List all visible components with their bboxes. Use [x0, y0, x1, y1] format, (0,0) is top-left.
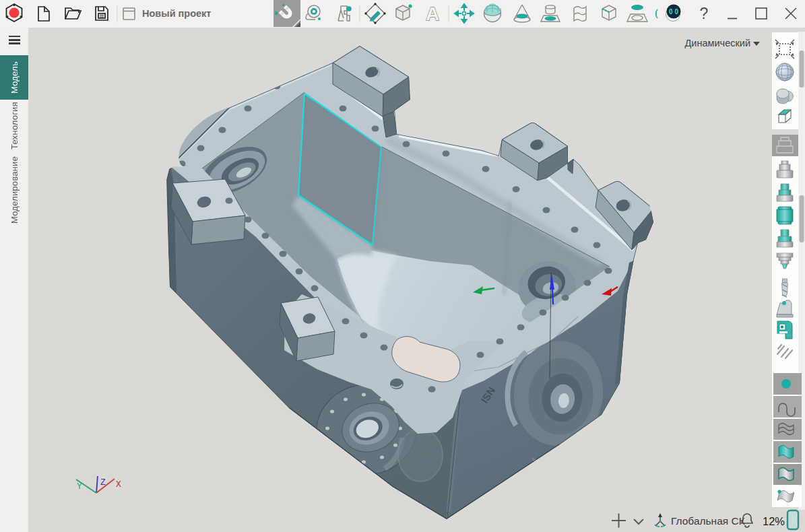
svg-text:?: ? [700, 5, 709, 22]
svg-text:Глобальная СК: Глобальная СК [671, 515, 745, 527]
svg-text:X: X [116, 479, 121, 490]
svg-text:Y: Y [77, 481, 82, 492]
svg-text:0 0: 0 0 [669, 8, 678, 15]
svg-text:Z: Z [100, 477, 106, 488]
svg-text:Новый проект: Новый проект [142, 8, 211, 19]
svg-text:A: A [426, 3, 439, 24]
svg-text:12%: 12% [763, 515, 785, 527]
